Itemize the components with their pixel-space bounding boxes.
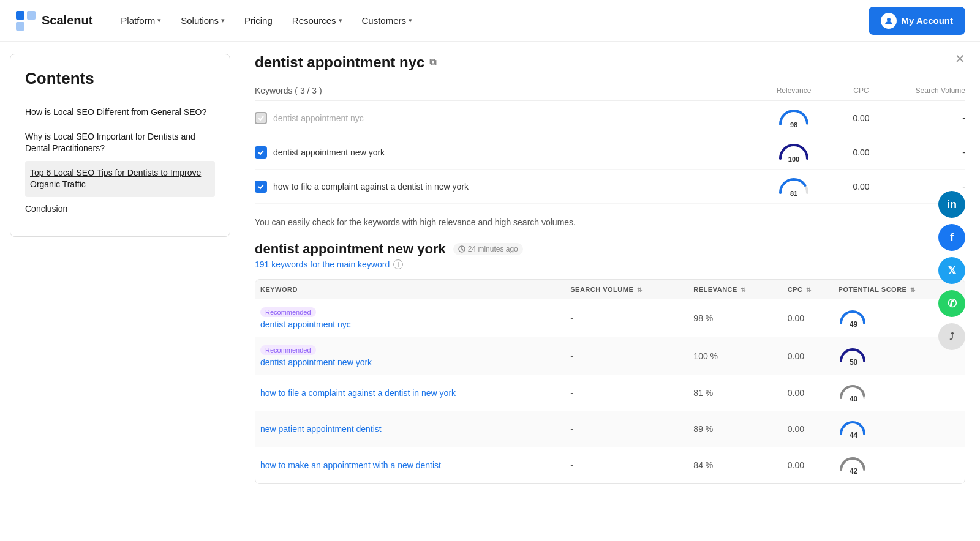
sv-col-header: Search Volume <box>892 86 965 95</box>
svg-rect-0 <box>16 11 24 20</box>
contents-sidebar: Contents How is Local SEO Different from… <box>10 54 230 237</box>
sidebar-item-0[interactable]: How is Local SEO Different from General … <box>25 100 215 125</box>
table-cell-sv-4: - <box>565 447 688 483</box>
table-row: new patient appointment dentist-89 %0.00… <box>255 411 965 447</box>
main-keyword-title: dentist appointment new york <box>255 241 446 257</box>
svg-rect-2 <box>16 22 24 31</box>
keyword-checkbox-0[interactable] <box>255 112 267 124</box>
table-cell-sv-0: - <box>565 299 688 337</box>
nav-platform[interactable]: Platform ▾ <box>112 10 170 31</box>
nav-pricing[interactable]: Pricing <box>236 10 281 31</box>
main-layout: Contents How is Local SEO Different from… <box>0 42 980 541</box>
sidebar-item-1[interactable]: Why is Local SEO Important for Dentists … <box>25 125 215 161</box>
keyword-name-2: how to file a complaint against a dentis… <box>273 182 757 192</box>
sidebar-title: Contents <box>25 69 215 88</box>
table-cell-keyword-1: Recommendeddentist appointment new york <box>255 337 565 375</box>
logo-icon <box>15 10 37 32</box>
chevron-down-icon: ▾ <box>409 17 412 24</box>
account-icon <box>881 13 897 29</box>
twitter-share-button[interactable]: 𝕏 <box>938 257 965 284</box>
chevron-down-icon: ▾ <box>339 17 342 24</box>
sidebar-item-2[interactable]: Top 6 Local SEO Tips for Dentists to Imp… <box>25 161 215 197</box>
keyword-subtitle: 191 keywords for the main keyword i <box>255 259 965 269</box>
keyword-link-4[interactable]: how to make an appointment with a new de… <box>260 460 441 470</box>
my-account-button[interactable]: My Account <box>869 7 965 35</box>
share-button[interactable]: ⤴ <box>938 323 965 350</box>
table-row: how to file a complaint against a dentis… <box>255 375 965 411</box>
table-row: how to make an appointment with a new de… <box>255 447 965 483</box>
table-cell-relevance-4: 84 % <box>688 447 782 483</box>
table-cell-relevance-0: 98 % <box>688 299 782 337</box>
keywords-table-container: KEYWORD SEARCH VOLUME ⇅ RELEVANCE ⇅ CPC … <box>255 279 965 484</box>
keyword-link-3[interactable]: new patient appointment dentist <box>260 424 382 434</box>
nav-customers[interactable]: Customers ▾ <box>353 10 421 31</box>
table-cell-sv-1: - <box>565 337 688 375</box>
table-cell-sv-2: - <box>565 375 688 411</box>
main-content: ✕ dentist appointment nyc ⧉ Keywords ( 3… <box>240 42 980 541</box>
keyword-checkbox-1[interactable] <box>255 146 267 159</box>
time-badge: 24 minutes ago <box>453 243 523 255</box>
recommended-badge: Recommended <box>260 345 316 355</box>
table-cell-score-4: 42 <box>834 447 965 483</box>
svg-rect-1 <box>27 11 36 20</box>
table-cell-keyword-3: new patient appointment dentist <box>255 411 565 447</box>
cluster-keyword-row-1: dentist appointment new york 100 0.00 - <box>255 135 965 170</box>
keyword-link-0[interactable]: dentist appointment nyc <box>260 319 351 329</box>
table-cell-keyword-4: how to make an appointment with a new de… <box>255 447 565 483</box>
sidebar-item-3[interactable]: Conclusion <box>25 197 215 222</box>
cluster-keyword-row-0: dentist appointment nyc 98 0.00 - <box>255 101 965 135</box>
table-cell-relevance-1: 100 % <box>688 337 782 375</box>
copy-icon[interactable]: ⧉ <box>429 57 436 68</box>
cluster-title: dentist appointment nyc ⧉ <box>255 54 965 71</box>
keyword-sv-1: - <box>892 147 965 157</box>
sort-icon[interactable]: ⇅ <box>910 286 916 293</box>
th-relevance: RELEVANCE ⇅ <box>688 280 782 299</box>
keywords-header: Keywords ( 3 / 3 ) Relevance CPC Search … <box>255 81 965 101</box>
sort-icon[interactable]: ⇅ <box>806 286 812 293</box>
info-icon: i <box>393 259 403 269</box>
table-cell-cpc-2: 0.00 <box>783 375 834 411</box>
keyword-name-0: dentist appointment nyc <box>273 113 757 123</box>
table-cell-cpc-1: 0.00 <box>783 337 834 375</box>
table-cell-score-3: 44 <box>834 411 965 447</box>
table-cell-cpc-3: 0.00 <box>783 411 834 447</box>
table-cell-cpc-4: 0.00 <box>783 447 834 483</box>
relevance-col-header: Relevance <box>757 86 831 95</box>
table-cell-keyword-2: how to file a complaint against a dentis… <box>255 375 565 411</box>
linkedin-share-button[interactable]: in <box>938 191 965 218</box>
table-row: Recommendeddentist appointment new york-… <box>255 337 965 375</box>
social-bar: in f 𝕏 ✆ ⤴ <box>938 191 965 350</box>
keyword-sv-0: - <box>892 113 965 123</box>
nav-resources[interactable]: Resources ▾ <box>284 10 351 31</box>
nav-solutions[interactable]: Solutions ▾ <box>172 10 233 31</box>
keywords-count: Keywords ( 3 / 3 ) <box>255 86 757 95</box>
keyword-relevance-2: 81 <box>757 176 831 197</box>
table-cell-relevance-3: 89 % <box>688 411 782 447</box>
description-text: You can easily check for the keywords wi… <box>255 216 965 229</box>
table-cell-sv-3: - <box>565 411 688 447</box>
table-cell-keyword-0: Recommendeddentist appointment nyc <box>255 299 565 337</box>
th-search-volume: SEARCH VOLUME ⇅ <box>565 280 688 299</box>
keyword-checkbox-2[interactable] <box>255 181 267 193</box>
th-keyword: KEYWORD <box>255 280 565 299</box>
keyword-link-2[interactable]: how to file a complaint against a dentis… <box>260 388 456 398</box>
keyword-name-1: dentist appointment new york <box>273 147 757 157</box>
facebook-share-button[interactable]: f <box>938 224 965 251</box>
whatsapp-share-button[interactable]: ✆ <box>938 290 965 317</box>
logo[interactable]: Scalenut <box>15 10 92 32</box>
chevron-down-icon: ▾ <box>157 17 161 24</box>
close-button[interactable]: ✕ <box>955 51 965 66</box>
table-row: Recommendeddentist appointment nyc-98 %0… <box>255 299 965 337</box>
keyword-sv-2: - <box>892 182 965 192</box>
table-cell-score-2: 40 <box>834 375 965 411</box>
sort-icon[interactable]: ⇅ <box>741 286 746 293</box>
table-cell-relevance-2: 81 % <box>688 375 782 411</box>
keyword-cpc-1: 0.00 <box>831 147 892 157</box>
navbar: Scalenut Platform ▾ Solutions ▾ Pricing … <box>0 0 980 42</box>
keyword-link-1[interactable]: dentist appointment new york <box>260 357 372 367</box>
main-keyword-header: dentist appointment new york 24 minutes … <box>255 241 965 257</box>
keywords-table: KEYWORD SEARCH VOLUME ⇅ RELEVANCE ⇅ CPC … <box>255 280 965 483</box>
keyword-cpc-0: 0.00 <box>831 113 892 123</box>
recommended-badge: Recommended <box>260 307 316 317</box>
sort-icon[interactable]: ⇅ <box>637 286 643 293</box>
